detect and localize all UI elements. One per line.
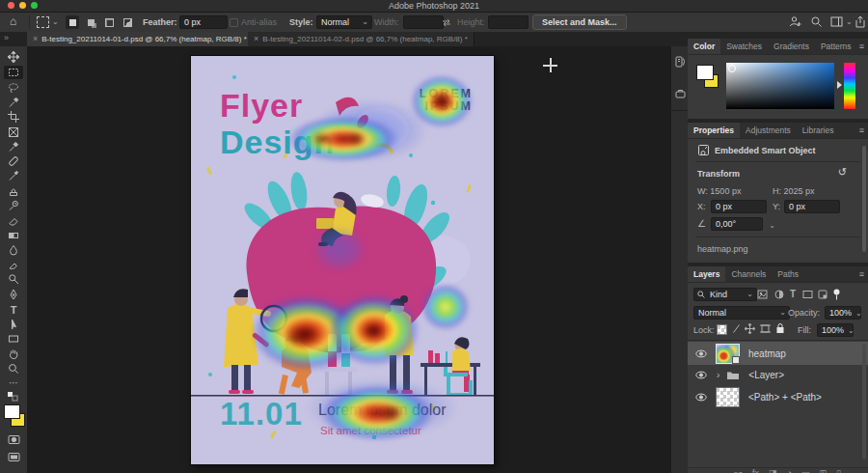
foreground-color-swatch[interactable]: [4, 404, 20, 419]
visibility-eye-icon[interactable]: [695, 393, 707, 402]
close-tab-icon[interactable]: ×: [254, 34, 258, 43]
filter-shape-layers-icon[interactable]: [802, 290, 813, 299]
height-input[interactable]: [488, 15, 529, 29]
properties-panel-menu-icon[interactable]: ≡: [859, 125, 864, 135]
tab-swatches[interactable]: Swatches: [720, 39, 768, 54]
frame-tool-icon[interactable]: [4, 125, 23, 139]
eyedropper-tool-icon[interactable]: [4, 140, 23, 153]
history-brush-tool-icon[interactable]: [4, 199, 23, 212]
brush-tool-icon[interactable]: [4, 169, 23, 182]
healing-brush-tool-icon[interactable]: [4, 154, 23, 168]
lock-image-pixels-icon[interactable]: [732, 323, 741, 334]
x-input[interactable]: 0 px: [711, 200, 767, 213]
edit-toolbar-icon[interactable]: ⋯: [4, 376, 23, 390]
layer-row-path[interactable]: <Path> + <Path>: [688, 385, 868, 408]
lock-artboard-icon[interactable]: [760, 323, 771, 334]
swap-dimensions-icon[interactable]: [442, 18, 451, 27]
close-tab-icon[interactable]: ×: [33, 34, 38, 43]
filter-type-layers-icon[interactable]: T: [790, 289, 796, 299]
home-icon[interactable]: ⌂: [10, 15, 16, 28]
shape-tool-icon[interactable]: [4, 332, 23, 346]
swap-colors-icon[interactable]: [8, 392, 19, 402]
collapsed-panel-icon-bottom[interactable]: [675, 89, 686, 98]
tab-patterns[interactable]: Patterns: [815, 39, 857, 54]
toolbar-collapse-chevrons-icon[interactable]: »: [4, 33, 9, 42]
group-expand-arrow-icon[interactable]: ›: [717, 370, 719, 380]
layer-thumbnail-path[interactable]: [716, 387, 740, 407]
search-icon[interactable]: [810, 15, 823, 28]
eraser-tool-icon[interactable]: [4, 213, 23, 227]
tab-layers[interactable]: Layers: [688, 266, 725, 282]
canvas-pasteboard[interactable]: Flyer Design LOREM IPSUM 11.01 Lorem ips…: [27, 46, 670, 473]
y-input[interactable]: 0 px: [784, 200, 840, 213]
tab-gradients[interactable]: Gradients: [768, 39, 815, 54]
add-selection-mode-button[interactable]: [84, 15, 97, 29]
lock-transparent-pixels-icon[interactable]: [717, 324, 727, 335]
filter-adjustment-layers-icon[interactable]: [774, 290, 784, 299]
document-canvas[interactable]: Flyer Design LOREM IPSUM 11.01 Lorem ips…: [191, 56, 494, 464]
style-dropdown[interactable]: Normal⌄: [316, 15, 372, 29]
workspace-switcher-icon[interactable]: [830, 16, 843, 27]
fill-chevron-icon[interactable]: ⌄: [848, 326, 854, 335]
opacity-chevron-icon[interactable]: ⌄: [855, 309, 862, 318]
feather-input[interactable]: 0 px: [179, 15, 228, 29]
panel-foreground-color-swatch[interactable]: [696, 65, 714, 80]
angle-dropdown[interactable]: 0,00°⌄: [711, 217, 763, 231]
adjustment-layer-icon[interactable]: ◑: [787, 468, 792, 473]
layer-row-group[interactable]: › <Layer>: [688, 365, 868, 385]
blur-tool-icon[interactable]: [4, 243, 23, 257]
properties-scrollbar[interactable]: [862, 146, 866, 252]
zoom-tool-icon[interactable]: [4, 362, 23, 376]
lock-position-icon[interactable]: [745, 323, 755, 334]
intersect-selection-mode-button[interactable]: [121, 15, 134, 29]
type-tool-icon[interactable]: T: [4, 303, 23, 317]
quick-mask-icon[interactable]: [4, 432, 23, 446]
document-tab-2[interactable]: ×B-testing_20211014-02-d.psd @ 66,7% (he…: [248, 32, 475, 46]
select-and-mask-button[interactable]: Select and Mask...: [532, 14, 627, 30]
color-panel-menu-icon[interactable]: ≡: [859, 42, 864, 51]
layer-mask-icon[interactable]: ◨: [769, 468, 777, 473]
tab-adjustments[interactable]: Adjustments: [740, 123, 797, 138]
color-field-marker[interactable]: [728, 65, 736, 72]
reset-transform-icon[interactable]: ↺: [838, 166, 847, 179]
visibility-eye-icon[interactable]: [695, 371, 707, 379]
blend-mode-dropdown[interactable]: Normal⌄: [693, 306, 790, 320]
marquee-tool-preset-icon[interactable]: [37, 16, 49, 28]
crop-tool-icon[interactable]: [4, 110, 23, 124]
hue-slider[interactable]: [844, 63, 855, 109]
new-group-icon[interactable]: ▭: [801, 468, 810, 473]
clone-stamp-tool-icon[interactable]: [4, 184, 23, 198]
tab-channels[interactable]: Channels: [725, 266, 772, 282]
layers-panel-menu-icon[interactable]: ≡: [859, 269, 864, 279]
layer-row-heatmap[interactable]: heatmap: [688, 342, 868, 365]
filter-pixel-layers-icon[interactable]: [757, 290, 768, 299]
account-icon[interactable]: [789, 15, 801, 28]
hand-tool-icon[interactable]: [4, 347, 23, 360]
share-icon[interactable]: [854, 15, 866, 28]
smudge-tool-icon[interactable]: [4, 258, 23, 271]
tab-libraries[interactable]: Libraries: [797, 123, 840, 138]
lasso-tool-icon[interactable]: [4, 81, 23, 95]
filter-smart-objects-icon[interactable]: [818, 290, 827, 299]
dodge-tool-icon[interactable]: [4, 272, 23, 286]
pen-tool-icon[interactable]: [4, 288, 23, 301]
layer-effects-icon[interactable]: fx: [752, 468, 759, 473]
move-tool-icon[interactable]: [4, 50, 23, 64]
path-selection-tool-icon[interactable]: [4, 318, 23, 331]
tab-paths[interactable]: Paths: [772, 266, 804, 282]
angle-chevron-icon[interactable]: ⌄: [769, 220, 775, 232]
layer-filter-kind-dropdown[interactable]: Kind ⌄: [693, 288, 757, 301]
tab-color[interactable]: Color: [688, 39, 720, 54]
workspace-chevron-icon[interactable]: ⌄: [846, 17, 853, 26]
screen-mode-icon[interactable]: [4, 450, 23, 463]
visibility-eye-icon[interactable]: [695, 349, 707, 358]
gradient-tool-icon[interactable]: [4, 229, 23, 242]
link-layers-icon[interactable]: ⊶: [734, 468, 743, 473]
quick-selection-tool-icon[interactable]: [4, 96, 23, 109]
tool-preset-chevron-icon[interactable]: ⌄: [52, 17, 59, 26]
new-layer-icon[interactable]: ⊞: [819, 468, 827, 473]
document-tab-1[interactable]: ×B-testing_20211014-01-d.psd @ 66,7% (he…: [27, 32, 254, 46]
rectangular-marquee-tool-icon[interactable]: [4, 66, 23, 79]
hue-slider-marker[interactable]: [837, 81, 842, 89]
delete-layer-icon[interactable]: ▯: [836, 468, 841, 473]
